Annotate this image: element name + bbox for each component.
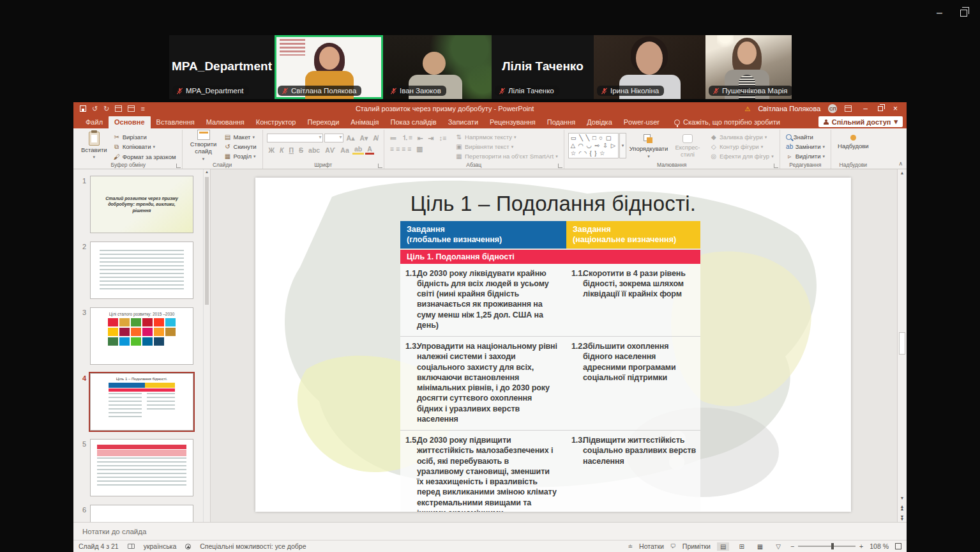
participant-tile-ivan[interactable]: Іван Заюков — [383, 35, 492, 99]
undo-icon[interactable]: ↺ — [92, 105, 98, 113]
account-name[interactable]: Світлана Полякова — [758, 105, 820, 112]
zoom-slider-thumb[interactable] — [831, 543, 834, 549]
tab-review[interactable]: Рецензування — [484, 116, 541, 128]
addins-button[interactable]: Надбудови — [835, 131, 871, 151]
tab-record[interactable]: Записати — [442, 116, 484, 128]
dialog-launcher-icon[interactable] — [176, 164, 181, 168]
align-buttons[interactable]: ≡ ≡ ≡ ≡ — [388, 145, 413, 153]
copy-button[interactable]: ⧉Копіювати ▾ — [111, 142, 178, 151]
account-avatar[interactable]: СП — [828, 104, 837, 113]
start-slideshow-icon[interactable] — [115, 105, 122, 112]
participant-tile-iryna[interactable]: Ірина Ніколіна — [594, 35, 705, 99]
tab-transitions[interactable]: Переходи — [301, 116, 345, 128]
clear-formatting-button[interactable]: A̸ — [371, 134, 380, 142]
reset-button[interactable]: ↺Скинути — [222, 142, 259, 151]
section-button[interactable]: ▦Розділ ▾ — [222, 152, 259, 160]
ribbon-display-options-icon[interactable] — [845, 105, 852, 112]
next-slide-button[interactable]: ▼▼ — [898, 516, 907, 521]
font-size-input[interactable] — [324, 134, 343, 142]
text-direction-button[interactable]: ⇅Напрямок тексту ▾ — [453, 133, 560, 141]
restore-icon[interactable] — [960, 10, 967, 17]
tab-slideshow[interactable]: Показ слайдів — [385, 116, 442, 128]
grow-font-button[interactable]: А▴ — [345, 134, 357, 142]
participant-tile-maria[interactable]: Пушечнікова Марія — [705, 35, 792, 99]
tab-view[interactable]: Подання — [541, 116, 581, 128]
find-button[interactable]: Знайти — [784, 133, 827, 141]
scrollbar-thumb[interactable] — [899, 332, 905, 355]
strikethrough-button[interactable]: S — [297, 146, 305, 154]
slide-thumbnail-4-current[interactable]: Ціль 1 – Подолання бідності. — [90, 373, 193, 431]
slide-thumbnail-5[interactable] — [90, 439, 193, 496]
shape-outline-button[interactable]: ◇Контур фігури ▾ — [708, 142, 776, 151]
scroll-down-icon[interactable]: ▼ — [898, 496, 907, 500]
spellcheck-icon[interactable] — [128, 544, 135, 549]
quick-styles-button[interactable]: Експрес-стилі — [671, 133, 704, 160]
shapes-gallery[interactable]: ▭ ╲ ╲ □ ○ ▢ △ ◠ ◡ ⇨ ⇩ ▷ ☆ ◜ ◝ { } ☆ — [568, 133, 619, 158]
shadow-button[interactable]: abc — [306, 146, 322, 154]
collapse-ribbon-icon[interactable]: ∧ — [898, 160, 903, 167]
smartart-button[interactable]: ▦Перетворити на об'єкт SmartArt ▾ — [453, 152, 560, 160]
select-button[interactable]: ▹Виділити ▾ — [784, 152, 827, 160]
thumbnail-scrollbar[interactable]: ▲ — [203, 169, 210, 522]
participant-tile-svitlana[interactable]: Світлана Полякова — [275, 35, 383, 99]
slide-thumbnail-2[interactable] — [90, 241, 193, 299]
zoom-out-icon[interactable]: − — [790, 542, 794, 550]
highlight-button[interactable]: ab — [352, 145, 364, 155]
ppt-minimize-icon[interactable]: – — [863, 104, 868, 113]
format-painter-button[interactable]: 🖌Формат за зразком — [111, 153, 178, 161]
columns-icon[interactable]: ▥ — [414, 145, 425, 153]
tab-power-user[interactable]: Power-user — [618, 116, 665, 128]
slide-sorter-view-button[interactable]: ⊞ — [735, 542, 747, 551]
scroll-up-icon[interactable]: ▲ — [898, 171, 907, 175]
tab-home[interactable]: Основне — [109, 116, 151, 128]
zoom-slider[interactable]: − + — [790, 542, 863, 550]
presentation-views-icon[interactable] — [128, 105, 135, 112]
redo-icon[interactable]: ↻ — [103, 105, 109, 113]
slide-title[interactable]: Ціль 1 – Подолання бідності. — [255, 192, 851, 216]
indent-increase-icon[interactable]: ⇥ — [426, 134, 436, 142]
dialog-launcher-icon[interactable] — [774, 164, 778, 168]
underline-button[interactable]: П — [287, 146, 296, 154]
fit-slide-icon[interactable] — [895, 543, 901, 549]
participant-tile-liliya[interactable]: Лілія Таченко Лілія Таченко — [492, 35, 594, 99]
dialog-launcher-icon[interactable] — [378, 164, 382, 168]
notes-toggle[interactable]: Нотатки — [639, 542, 664, 550]
layout-button[interactable]: ▤Макет ▾ — [222, 133, 259, 141]
slide-thumbnail-1[interactable]: Сталий розвиток через призму добробуту: … — [90, 176, 193, 233]
paste-button[interactable]: Вставити▾ — [79, 130, 110, 162]
slide-thumbnail-3[interactable]: Цілі сталого розвитку: 2015 –2030 — [90, 307, 193, 365]
ppt-close-icon[interactable]: × — [893, 104, 898, 113]
tab-help[interactable]: Довідка — [581, 116, 618, 128]
current-slide[interactable]: Ціль 1 – Подолання бідності. Завдання(гл… — [255, 178, 851, 512]
slide-table[interactable]: Завдання(глобальне визначення) Завдання(… — [400, 221, 700, 512]
participant-tile-mpa[interactable]: MPA_Department MPA_Department — [169, 35, 275, 99]
slide-scrollbar[interactable]: ▲ ▼ ▲▲ ▼▼ — [897, 169, 907, 522]
previous-slide-button[interactable]: ▲▲ — [898, 505, 907, 510]
bullets-icon[interactable]: ≔ — [388, 134, 399, 142]
tab-insert[interactable]: Вставлення — [151, 116, 200, 128]
font-name-input[interactable] — [267, 134, 323, 142]
dialog-launcher-icon[interactable] — [558, 164, 562, 168]
font-color-button[interactable]: А — [365, 145, 374, 155]
shape-fill-button[interactable]: ◆Заливка фігури ▾ — [708, 133, 776, 141]
slide-thumbnail-6[interactable] — [90, 505, 193, 522]
zoom-in-icon[interactable]: + — [859, 542, 863, 550]
cut-button[interactable]: ✂Вирізати — [111, 133, 178, 141]
shape-effects-button[interactable]: ◎Ефекти для фігур ▾ — [708, 152, 776, 160]
tab-draw[interactable]: Малювання — [200, 116, 250, 128]
zoom-level[interactable]: 108 % — [870, 542, 889, 550]
language-indicator[interactable]: українська — [144, 542, 177, 550]
share-button[interactable]: Спільний доступ ▾ — [818, 116, 903, 127]
new-slide-button[interactable]: Створити слайд▾ — [186, 128, 221, 163]
bold-button[interactable]: Ж — [267, 146, 277, 154]
align-text-button[interactable]: ▣Вирівняти текст ▾ — [453, 142, 560, 151]
ppt-restore-icon[interactable] — [878, 106, 883, 111]
arrange-button[interactable]: Упорядкувати▾ — [630, 133, 667, 160]
numbering-icon[interactable]: ⒈≡ — [400, 134, 414, 142]
minimize-icon[interactable]: – — [937, 8, 942, 18]
reading-view-button[interactable]: ▦ — [754, 542, 766, 551]
replace-button[interactable]: abЗамінити ▾ — [784, 142, 827, 151]
change-case-button[interactable]: Аа — [338, 146, 351, 154]
save-icon[interactable] — [80, 105, 86, 112]
tab-animations[interactable]: Анімація — [345, 116, 384, 128]
